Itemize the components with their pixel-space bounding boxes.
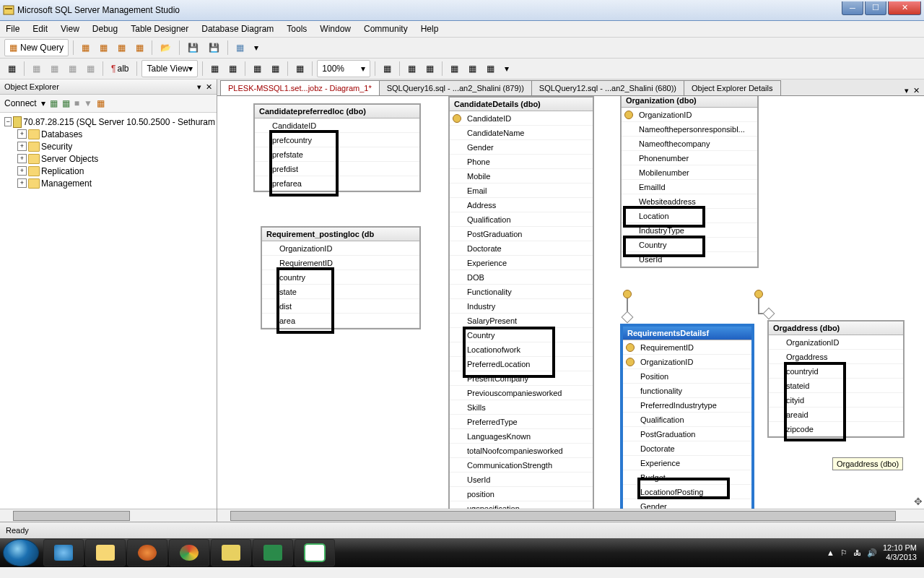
- tree-server-node[interactable]: − 70.87.28.215 (SQL Server 10.50.2500 - …: [1, 116, 215, 128]
- table-orgaddress[interactable]: Orgaddress (dbo) OrganizationIDOrgaddres…: [767, 320, 905, 438]
- table-column-row[interactable]: OrganizationID: [623, 355, 751, 369]
- table-column-row[interactable]: Phone: [450, 155, 593, 169]
- toolbar-btn-1[interactable]: ▦: [78, 39, 93, 56]
- expand-icon[interactable]: +: [17, 142, 27, 151]
- table-requirement-postingloc[interactable]: Requirement_postingloc (db OrganizationI…: [261, 226, 421, 329]
- table-column-row[interactable]: prefarea: [255, 176, 419, 191]
- menu-database-diagram[interactable]: Database Diagram: [201, 24, 274, 34]
- table-column-row[interactable]: OrganizationID: [769, 335, 903, 350]
- table-column-row[interactable]: Previouscompaniesworked: [450, 386, 593, 400]
- table-column-row[interactable]: Budget: [623, 470, 751, 485]
- activity-monitor-button[interactable]: ▦: [232, 39, 248, 56]
- table-column-row[interactable]: Doctorate: [623, 441, 751, 456]
- tb2-btn-15[interactable]: ▦: [465, 60, 480, 77]
- table-column-row[interactable]: SalaryPresent: [450, 314, 593, 328]
- toolbar-btn-3[interactable]: ▦: [114, 39, 129, 56]
- table-column-row[interactable]: PreferredLocation: [450, 357, 593, 371]
- table-column-row[interactable]: OrganizationID: [622, 108, 757, 122]
- table-view-dropdown[interactable]: Table View ▾: [141, 60, 198, 77]
- tree-node-databases[interactable]: + Databases: [1, 128, 215, 140]
- connect-tb-1[interactable]: ▦: [50, 98, 58, 108]
- tab-diagram[interactable]: PLESK-MSSQL1.set...jobz - Diagram_1*: [220, 80, 380, 95]
- table-header[interactable]: Candidatepreferredloc (dbo): [255, 105, 419, 118]
- table-column-row[interactable]: state: [262, 285, 419, 299]
- table-column-row[interactable]: PostGraduation: [450, 227, 593, 241]
- taskbar-gtalk[interactable]: [295, 539, 335, 566]
- tray-network-icon[interactable]: 🖧: [853, 548, 861, 557]
- table-column-row[interactable]: dist: [262, 299, 419, 314]
- table-column-row[interactable]: PresentCompany: [450, 371, 593, 386]
- maximize-button[interactable]: ☐: [865, 1, 886, 15]
- menu-tools[interactable]: Tools: [287, 24, 307, 34]
- tb2-btn-8[interactable]: ▦: [250, 60, 265, 77]
- tb2-btn-5[interactable]: ▦: [83, 60, 98, 77]
- table-column-row[interactable]: country: [262, 270, 419, 285]
- table-column-row[interactable]: Skills: [450, 400, 593, 415]
- table-column-row[interactable]: CommunicationStrength: [450, 458, 593, 473]
- object-explorer-tree[interactable]: − 70.87.28.215 (SQL Server 10.50.2500 - …: [0, 113, 217, 509]
- table-column-row[interactable]: LocationofPosting: [623, 485, 751, 499]
- table-column-row[interactable]: Locationofwork: [450, 342, 593, 357]
- table-column-row[interactable]: RequirementID: [262, 256, 419, 270]
- menu-view[interactable]: View: [61, 24, 79, 34]
- table-column-row[interactable]: area: [262, 314, 419, 328]
- table-column-row[interactable]: Gender: [623, 499, 751, 509]
- taskbar-chrome[interactable]: [169, 539, 209, 566]
- menu-edit[interactable]: Edit: [32, 24, 48, 34]
- table-column-row[interactable]: Functionality: [450, 285, 593, 299]
- table-column-row[interactable]: Experience: [450, 256, 593, 270]
- tabs-dropdown-icon[interactable]: ▾: [905, 86, 909, 95]
- expand-icon[interactable]: +: [17, 178, 27, 188]
- menu-community[interactable]: Community: [364, 24, 408, 34]
- tree-node-management[interactable]: + Management: [1, 177, 215, 189]
- table-column-row[interactable]: Doctorate: [450, 241, 593, 256]
- taskbar-excel[interactable]: [253, 539, 293, 566]
- new-query-button[interactable]: ▦ New Query: [4, 39, 69, 56]
- tab-query16[interactable]: SQLQuery16.sql - ...an2_Shalini (879)): [379, 80, 532, 95]
- toolbar-dd[interactable]: ▾: [250, 39, 262, 56]
- table-column-row[interactable]: OrganizationID: [262, 241, 419, 256]
- tb2-btn-9[interactable]: ▦: [268, 60, 283, 77]
- table-column-row[interactable]: Nameofthecompany: [622, 137, 757, 151]
- table-column-row[interactable]: CandidateName: [450, 126, 593, 140]
- panel-close-icon[interactable]: ✕: [206, 82, 212, 92]
- table-column-row[interactable]: ugspecification: [450, 501, 593, 509]
- tree-node-server-objects[interactable]: + Server Objects: [1, 152, 215, 165]
- tree-node-replication[interactable]: + Replication: [1, 165, 215, 177]
- menu-table-designer[interactable]: Table Designer: [131, 24, 188, 34]
- expand-icon[interactable]: +: [17, 129, 27, 139]
- table-column-row[interactable]: prefdist: [255, 162, 419, 176]
- panel-dropdown-icon[interactable]: ▾: [197, 82, 201, 92]
- table-header[interactable]: CandidateDetails (dbo): [450, 98, 593, 111]
- table-header[interactable]: Requirement_postingloc (db: [262, 228, 419, 241]
- table-column-row[interactable]: LanguagesKnown: [450, 429, 593, 444]
- pan-handle-icon[interactable]: ✥: [914, 496, 923, 507]
- tb2-btn-16[interactable]: ▦: [483, 60, 498, 77]
- start-button[interactable]: [3, 539, 39, 566]
- table-column-row[interactable]: countryid: [769, 364, 903, 379]
- table-column-row[interactable]: position: [450, 487, 593, 501]
- table-column-row[interactable]: zipcode: [769, 422, 903, 436]
- tab-query12[interactable]: SQLQuery12.sql - ...an2_Shalini (680)): [531, 80, 684, 95]
- object-explorer-hscroll[interactable]: [0, 509, 217, 522]
- table-column-row[interactable]: Gender: [450, 140, 593, 155]
- table-column-row[interactable]: IndustryType: [622, 223, 757, 238]
- table-header[interactable]: RequirementsDetailsf: [623, 327, 751, 340]
- table-column-row[interactable]: stateid: [769, 379, 903, 393]
- tb2-btn-7[interactable]: ▦: [225, 60, 240, 77]
- tb2-btn-1[interactable]: ▦: [4, 60, 19, 77]
- table-column-row[interactable]: RequirementID: [623, 340, 751, 355]
- tb2-btn-12[interactable]: ▦: [404, 60, 419, 77]
- table-column-row[interactable]: PostGraduation: [623, 427, 751, 441]
- table-column-row[interactable]: Phonenumber: [622, 151, 757, 165]
- table-column-row[interactable]: Qualification: [450, 212, 593, 227]
- table-column-row[interactable]: Location: [622, 209, 757, 223]
- table-column-row[interactable]: Position: [623, 369, 751, 384]
- table-column-row[interactable]: Websiteaddress: [622, 194, 757, 209]
- table-column-row[interactable]: Experience: [623, 456, 751, 470]
- table-column-row[interactable]: Email: [450, 184, 593, 198]
- table-column-row[interactable]: DOB: [450, 270, 593, 285]
- close-button[interactable]: ✕: [888, 1, 921, 15]
- save-all-button[interactable]: 💾: [205, 39, 223, 56]
- tb2-btn-13[interactable]: ▦: [422, 60, 437, 77]
